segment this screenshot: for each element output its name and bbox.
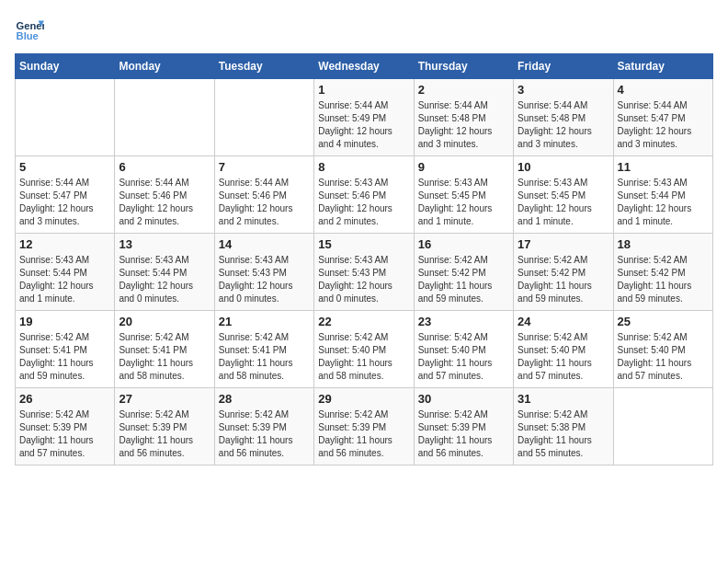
day-number: 22: [318, 315, 409, 328]
day-number: 3: [518, 83, 609, 97]
calendar-cell: 14Sunrise: 5:43 AMSunset: 5:43 PMDayligh…: [214, 234, 313, 311]
logo: General Blue: [15, 15, 48, 44]
calendar-cell: 26Sunrise: 5:42 AMSunset: 5:39 PMDayligh…: [16, 388, 115, 465]
calendar-cell: 3Sunrise: 5:44 AMSunset: 5:48 PMDaylight…: [514, 79, 613, 156]
day-number: 30: [418, 392, 509, 406]
calendar-cell: 10Sunrise: 5:43 AMSunset: 5:45 PMDayligh…: [514, 156, 613, 234]
day-number: 8: [318, 160, 409, 174]
calendar-week-row: 19Sunrise: 5:42 AMSunset: 5:41 PMDayligh…: [16, 311, 713, 388]
cell-info: Sunrise: 5:43 AMSunset: 5:43 PMDaylight:…: [219, 254, 310, 305]
calendar-week-row: 26Sunrise: 5:42 AMSunset: 5:39 PMDayligh…: [16, 388, 713, 465]
calendar-cell: 12Sunrise: 5:43 AMSunset: 5:44 PMDayligh…: [16, 234, 115, 311]
day-number: 24: [518, 315, 609, 328]
cell-info: Sunrise: 5:43 AMSunset: 5:44 PMDaylight:…: [618, 177, 709, 228]
calendar-cell: 13Sunrise: 5:43 AMSunset: 5:44 PMDayligh…: [115, 234, 214, 311]
calendar-week-row: 12Sunrise: 5:43 AMSunset: 5:44 PMDayligh…: [16, 234, 713, 311]
day-number: 25: [618, 315, 709, 328]
calendar-week-row: 1Sunrise: 5:44 AMSunset: 5:49 PMDaylight…: [16, 79, 713, 156]
calendar-cell: 20Sunrise: 5:42 AMSunset: 5:41 PMDayligh…: [115, 311, 214, 388]
cell-info: Sunrise: 5:42 AMSunset: 5:41 PMDaylight:…: [119, 331, 210, 383]
calendar-cell: 22Sunrise: 5:42 AMSunset: 5:40 PMDayligh…: [314, 311, 414, 388]
calendar-cell: 15Sunrise: 5:43 AMSunset: 5:43 PMDayligh…: [314, 234, 414, 311]
cell-info: Sunrise: 5:44 AMSunset: 5:46 PMDaylight:…: [219, 177, 310, 228]
calendar-cell: 30Sunrise: 5:42 AMSunset: 5:39 PMDayligh…: [414, 388, 513, 465]
cell-info: Sunrise: 5:43 AMSunset: 5:44 PMDaylight:…: [119, 254, 210, 305]
day-number: 1: [318, 83, 409, 97]
day-number: 5: [19, 160, 110, 174]
day-number: 31: [518, 392, 609, 406]
calendar-cell: 6Sunrise: 5:44 AMSunset: 5:46 PMDaylight…: [115, 156, 214, 234]
cell-info: Sunrise: 5:44 AMSunset: 5:46 PMDaylight:…: [119, 177, 210, 228]
cell-info: Sunrise: 5:44 AMSunset: 5:47 PMDaylight:…: [618, 99, 709, 151]
day-number: 26: [19, 392, 110, 406]
cell-info: Sunrise: 5:43 AMSunset: 5:44 PMDaylight:…: [19, 254, 110, 305]
calendar-cell: 21Sunrise: 5:42 AMSunset: 5:41 PMDayligh…: [214, 311, 313, 388]
calendar-cell: 24Sunrise: 5:42 AMSunset: 5:40 PMDayligh…: [514, 311, 613, 388]
svg-text:Blue: Blue: [17, 30, 39, 41]
calendar-cell: 16Sunrise: 5:42 AMSunset: 5:42 PMDayligh…: [414, 234, 513, 311]
day-number: 9: [418, 160, 509, 174]
cell-info: Sunrise: 5:42 AMSunset: 5:39 PMDaylight:…: [119, 408, 210, 460]
calendar-cell: 8Sunrise: 5:43 AMSunset: 5:46 PMDaylight…: [314, 156, 414, 234]
day-number: 6: [119, 160, 210, 174]
weekday-header: Thursday: [414, 54, 513, 79]
weekday-header: Wednesday: [314, 54, 414, 79]
cell-info: Sunrise: 5:42 AMSunset: 5:42 PMDaylight:…: [418, 254, 509, 305]
cell-info: Sunrise: 5:42 AMSunset: 5:39 PMDaylight:…: [318, 408, 409, 460]
calendar-cell: 7Sunrise: 5:44 AMSunset: 5:46 PMDaylight…: [214, 156, 313, 234]
cell-info: Sunrise: 5:43 AMSunset: 5:45 PMDaylight:…: [518, 177, 609, 228]
calendar-cell: 17Sunrise: 5:42 AMSunset: 5:42 PMDayligh…: [514, 234, 613, 311]
calendar-cell: [613, 388, 712, 465]
calendar-cell: 29Sunrise: 5:42 AMSunset: 5:39 PMDayligh…: [314, 388, 414, 465]
cell-info: Sunrise: 5:44 AMSunset: 5:48 PMDaylight:…: [518, 99, 609, 151]
day-number: 20: [119, 315, 210, 328]
cell-info: Sunrise: 5:44 AMSunset: 5:48 PMDaylight:…: [418, 99, 509, 151]
cell-info: Sunrise: 5:42 AMSunset: 5:41 PMDaylight:…: [19, 331, 110, 383]
day-number: 12: [19, 237, 110, 251]
cell-info: Sunrise: 5:42 AMSunset: 5:40 PMDaylight:…: [618, 331, 709, 383]
cell-info: Sunrise: 5:43 AMSunset: 5:43 PMDaylight:…: [318, 254, 409, 305]
cell-info: Sunrise: 5:42 AMSunset: 5:40 PMDaylight:…: [518, 331, 609, 383]
day-number: 11: [618, 160, 709, 174]
cell-info: Sunrise: 5:42 AMSunset: 5:40 PMDaylight:…: [318, 331, 409, 383]
day-number: 14: [219, 237, 310, 251]
calendar-cell: 4Sunrise: 5:44 AMSunset: 5:47 PMDaylight…: [613, 79, 712, 156]
weekday-header: Friday: [514, 54, 613, 79]
cell-info: Sunrise: 5:42 AMSunset: 5:39 PMDaylight:…: [19, 408, 110, 460]
calendar-cell: 27Sunrise: 5:42 AMSunset: 5:39 PMDayligh…: [115, 388, 214, 465]
day-number: 13: [119, 237, 210, 251]
weekday-header: Monday: [115, 54, 214, 79]
cell-info: Sunrise: 5:42 AMSunset: 5:39 PMDaylight:…: [219, 408, 310, 460]
logo-icon: General Blue: [15, 15, 44, 44]
calendar-table: SundayMondayTuesdayWednesdayThursdayFrid…: [15, 53, 713, 465]
day-number: 4: [618, 83, 709, 97]
cell-info: Sunrise: 5:42 AMSunset: 5:39 PMDaylight:…: [418, 408, 509, 460]
day-number: 21: [219, 315, 310, 328]
cell-info: Sunrise: 5:42 AMSunset: 5:38 PMDaylight:…: [518, 408, 609, 460]
calendar-cell: [115, 79, 214, 156]
day-number: 28: [219, 392, 310, 406]
day-number: 10: [518, 160, 609, 174]
calendar-cell: [214, 79, 313, 156]
weekday-header: Tuesday: [214, 54, 313, 79]
calendar-cell: 18Sunrise: 5:42 AMSunset: 5:42 PMDayligh…: [613, 234, 712, 311]
day-number: 17: [518, 237, 609, 251]
calendar-cell: 28Sunrise: 5:42 AMSunset: 5:39 PMDayligh…: [214, 388, 313, 465]
calendar-cell: 9Sunrise: 5:43 AMSunset: 5:45 PMDaylight…: [414, 156, 513, 234]
day-number: 15: [318, 237, 409, 251]
calendar-cell: [16, 79, 115, 156]
day-number: 16: [418, 237, 509, 251]
calendar-cell: 31Sunrise: 5:42 AMSunset: 5:38 PMDayligh…: [514, 388, 613, 465]
calendar-week-row: 5Sunrise: 5:44 AMSunset: 5:47 PMDaylight…: [16, 156, 713, 234]
calendar-cell: 23Sunrise: 5:42 AMSunset: 5:40 PMDayligh…: [414, 311, 513, 388]
weekday-header: Sunday: [16, 54, 115, 79]
calendar-cell: 2Sunrise: 5:44 AMSunset: 5:48 PMDaylight…: [414, 79, 513, 156]
calendar-cell: 1Sunrise: 5:44 AMSunset: 5:49 PMDaylight…: [314, 79, 414, 156]
cell-info: Sunrise: 5:42 AMSunset: 5:41 PMDaylight:…: [219, 331, 310, 383]
calendar-header-row: SundayMondayTuesdayWednesdayThursdayFrid…: [16, 54, 713, 79]
calendar-cell: 25Sunrise: 5:42 AMSunset: 5:40 PMDayligh…: [613, 311, 712, 388]
cell-info: Sunrise: 5:42 AMSunset: 5:40 PMDaylight:…: [418, 331, 509, 383]
cell-info: Sunrise: 5:43 AMSunset: 5:45 PMDaylight:…: [418, 177, 509, 228]
calendar-cell: 5Sunrise: 5:44 AMSunset: 5:47 PMDaylight…: [16, 156, 115, 234]
day-number: 23: [418, 315, 509, 328]
